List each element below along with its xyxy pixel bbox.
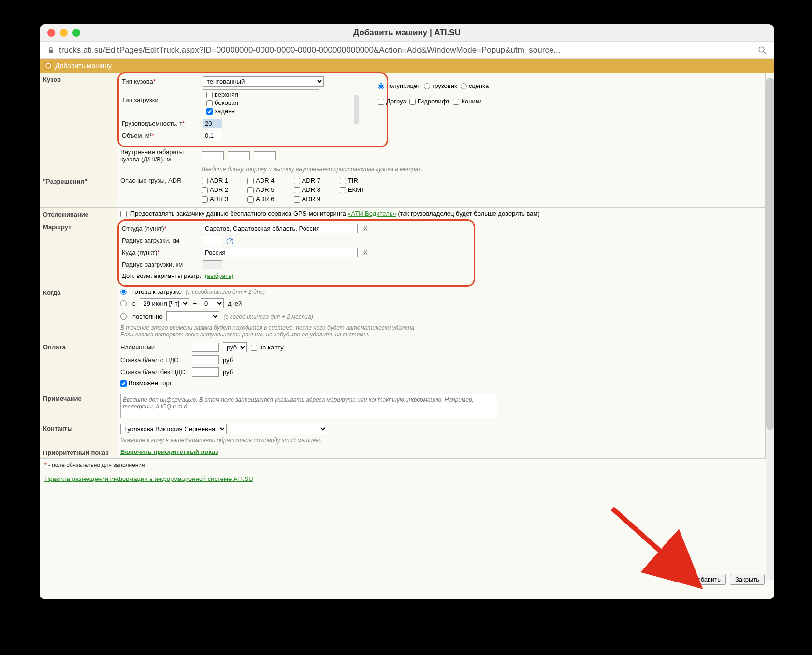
adr-8[interactable]: ADR 8 [294,186,320,193]
search-icon[interactable] [758,46,767,55]
required-mark: * [153,78,156,85]
scrollbar-thumb[interactable] [766,78,774,430]
trailer-hitch[interactable]: сцепка [461,82,489,89]
annotation-arrow [608,504,719,599]
adr-6[interactable]: ADR 6 [247,195,274,203]
when-date-select[interactable]: 29 июня [Чт] [140,298,189,308]
loading-top[interactable]: верхняя [206,91,316,98]
svg-line-2 [612,509,699,586]
truck-icon [44,62,52,70]
dim-width-input[interactable] [228,151,250,160]
trailer-type-group: полуприцеп грузовик сцепка [378,82,489,89]
contact-1-select[interactable]: Гуслякова Виктория Сергеевна [120,424,227,434]
section-tracking-label: Отслеживание [40,208,117,220]
close-window-button[interactable] [47,29,55,37]
on-card-checkbox[interactable]: на карту [251,344,284,351]
note-textarea[interactable] [120,394,497,418]
loading-type-label: Тип загрузки [122,89,199,103]
loading-rear[interactable]: задняя [206,107,316,115]
minimize-window-button[interactable] [60,29,68,37]
section-permits-label: "Разрешения" [40,175,117,208]
rate-novat-input[interactable] [192,367,219,377]
svg-point-0 [759,47,764,52]
ekmt-checkbox[interactable]: ЕКМТ [340,186,365,193]
adr-5[interactable]: ADR 5 [247,186,274,193]
bargain-checkbox[interactable]: Возможен торг [120,379,172,387]
section-contacts-label: Контакты [40,422,117,446]
unload-radius-label: Радиус разгрузки, км [122,261,199,268]
tracking-checkbox-row[interactable]: Предоставлять заказчику данные бесплатно… [120,210,540,217]
adr-7[interactable]: ADR 7 [294,177,320,184]
extra-options-group: Догруз Гидролифт Коники [378,98,482,105]
vertical-scrollbar[interactable] [766,78,774,580]
adr-3[interactable]: ADR 3 [202,195,228,203]
when-ready-radio[interactable] [120,289,127,295]
dim-length-input[interactable] [202,151,224,160]
extra-koniki[interactable]: Коники [453,98,481,105]
close-button[interactable]: Закрыть [730,574,765,585]
adr-2[interactable]: ADR 2 [202,186,228,193]
section-note-label: Примечание [40,392,117,422]
clear-from-icon[interactable]: X [363,225,368,232]
url-bar: trucks.ati.su/EditPages/EditTruck.aspx?I… [40,42,774,59]
footer-buttons: Добавить Закрыть [687,574,765,585]
extra-dogruz[interactable]: Догруз [378,98,406,105]
unload-radius-input[interactable] [203,260,222,269]
extra-unload-link[interactable]: (выбрать) [205,272,233,279]
browser-window: Добавить машину | ATI.SU trucks.ati.su/E… [40,24,774,599]
when-from-radio[interactable] [120,300,127,306]
contact-2-select[interactable] [231,424,327,434]
tracking-link[interactable]: «АТИ Водитель» [348,210,396,217]
required-note: * - поле обязательно для заполнения [40,459,774,471]
to-input[interactable] [203,248,358,257]
from-input[interactable] [203,224,358,233]
cash-input[interactable] [192,343,219,352]
when-constant-select[interactable] [166,311,219,321]
capacity-label: Грузоподъемность, т [122,120,182,127]
volume-label: Объем, м³ [122,132,152,139]
when-constant-radio[interactable] [120,313,127,320]
rules-link-row: Правила размещения информации в информац… [40,471,774,486]
tir-checkbox[interactable]: TIR [340,177,365,184]
loading-scrollbar[interactable] [354,95,359,124]
add-button[interactable]: Добавить [687,574,725,585]
loading-type-list: верхняя боковая задняя [203,89,319,116]
when-days-select[interactable]: 0 [201,298,224,308]
adr-9[interactable]: ADR 9 [294,195,320,203]
highlight-route-block: Откуда (пункт)* X Радиус загрузки, км (?… [117,219,475,287]
load-radius-label: Радиус загрузки, км [122,237,199,244]
extra-hydro[interactable]: Гидролифт [409,98,450,105]
cash-label: Наличными [120,344,188,351]
page-header: Добавить машину [40,59,774,73]
header-title: Добавить машину [55,62,112,70]
loading-side[interactable]: боковая [206,99,316,106]
load-radius-input[interactable] [203,236,222,245]
section-when-label: Когда [40,286,117,340]
dim-height-input[interactable] [254,151,276,160]
adr-grid: ADR 1 ADR 2 ADR 3 ADR 4 ADR 5 ADR 6 ADR … [202,177,365,203]
rate-vat-input[interactable] [192,355,219,364]
extra-unload-label: Доп. возм. варианты разгр. [122,272,201,279]
window-title: Добавить машину | ATI.SU [353,28,461,38]
rules-link[interactable]: Правила размещения информации в информац… [44,475,253,482]
body-type-select[interactable]: тентованный [203,76,324,87]
adr-4[interactable]: ADR 4 [247,177,274,184]
adr-1[interactable]: ADR 1 [202,177,228,184]
url-text: trucks.ati.su/EditPages/EditTruck.aspx?I… [59,45,753,55]
dims-label: Внутренние габариты кузова (Д/Ш/В), м [120,148,198,163]
help-icon[interactable]: (?) [226,237,234,244]
priority-link[interactable]: Включить приоритетный показ [120,448,218,455]
currency-select[interactable]: руб [223,342,247,352]
trailer-semi[interactable]: полуприцеп [378,82,420,89]
section-payment-label: Оплата [40,340,117,392]
content-area: Добавить машину Кузов Тип кузова* тентов… [40,59,774,599]
clear-to-icon[interactable]: X [363,249,368,256]
when-note: В течение этого времени заявка будет нах… [120,324,762,338]
capacity-input[interactable] [203,119,222,128]
form-table: Кузов Тип кузова* тентованный Тип загруз… [40,73,766,459]
highlight-body-block: Тип кузова* тентованный Тип загрузки вер… [117,72,388,147]
section-priority-label: Приоритетный показ [40,446,117,459]
trailer-truck[interactable]: грузовик [424,82,457,89]
volume-input[interactable] [203,131,222,140]
maximize-window-button[interactable] [72,29,80,37]
